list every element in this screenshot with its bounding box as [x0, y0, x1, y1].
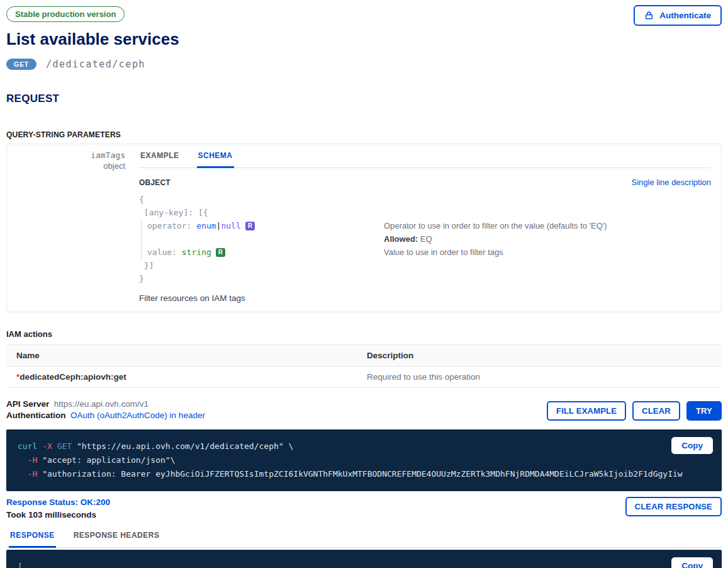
operator-type-enum: enum [196, 221, 216, 230]
schema-anykey-line: [any-key]: [{ [139, 206, 387, 219]
schema-tabs: EXAMPLE SCHEMA [139, 144, 711, 168]
endpoint-path: /dedicated/ceph [46, 59, 145, 70]
top-bar: Stable production version Authenticate [6, 5, 722, 26]
schema-allowed-row: Allowed: EQ [142, 232, 711, 246]
curl-line-3: -H "authorization: Bearer eyJhbGciOiJFZE… [18, 467, 710, 481]
iam-action-name: dedicatedCeph:apiovh:get [20, 372, 126, 382]
single-line-description: Single line description [632, 178, 711, 187]
iam-action-description: Required to use this operation [357, 366, 722, 388]
operator-description: Operator to use in order to filter on th… [384, 219, 711, 232]
required-badge-value: R [216, 248, 225, 257]
required-badge-operator: R [245, 222, 255, 230]
schema-open-brace: { [139, 193, 387, 206]
curl-code-block: Copy curl -X GET "https://eu.api.ovh.com… [6, 429, 722, 491]
iam-actions-heading: IAM actions [6, 329, 722, 339]
version-badge: Stable production version [6, 6, 125, 22]
curl-line-2: -H "accept: application/json"\ [18, 453, 710, 467]
response-line-1: [ [18, 560, 710, 568]
param-footer-description: Filter resources on IAM tags [139, 293, 711, 303]
tab-response[interactable]: RESPONSE [9, 527, 56, 548]
query-param-panel: iamTags object EXAMPLE SCHEMA OBJECT Sin… [6, 144, 722, 312]
object-header: OBJECT Single line description [139, 178, 711, 187]
api-info: API Server https://eu.api.ovh.com/v1 Aut… [6, 399, 205, 421]
table-row: *dedicatedCeph:apiovh:get Required to us… [6, 366, 722, 388]
authenticate-label: Authenticate [659, 11, 711, 20]
operator-type-null: null [221, 221, 240, 230]
operator-key: operator: [147, 221, 196, 230]
tab-response-headers[interactable]: RESPONSE HEADERS [72, 527, 161, 548]
schema-close-inner: }] [139, 259, 387, 272]
schema-line: [any-key]: [{ [139, 206, 711, 219]
tab-schema[interactable]: SCHEMA [197, 144, 234, 168]
column-header-name: Name [6, 345, 357, 366]
object-label: OBJECT [139, 178, 171, 187]
authentication-label: Authentication [6, 411, 66, 420]
api-console-page: Stable production version Authenticate L… [0, 0, 728, 568]
response-status: Response Status: OK:200 [6, 497, 110, 508]
param-identity: iamTags object [7, 144, 132, 312]
clear-response-button[interactable]: CLEAR RESPONSE [625, 497, 722, 516]
response-status-row: Response Status: OK:200 Took 103 millise… [6, 497, 722, 520]
fill-example-button[interactable]: FILL EXAMPLE [547, 401, 626, 421]
curl-line-1: curl -X GET "https://eu.api.ovh.com/v1/d… [18, 440, 710, 453]
allowed-value: EQ [418, 234, 432, 244]
allowed-label: Allowed: [384, 234, 418, 244]
try-button[interactable]: TRY [686, 401, 722, 421]
oauth-link[interactable]: OAuth (oAuth2AuthCode) in header [70, 411, 205, 420]
schema-operator-row: operator: enum|nullR Operator to use in … [142, 219, 711, 232]
request-section-heading: REQUEST [6, 93, 722, 105]
api-server-label: API Server [6, 399, 49, 409]
schema-line: } [139, 272, 711, 285]
endpoint-row: GET /dedicated/ceph [6, 59, 722, 70]
response-tabs: RESPONSE RESPONSE HEADERS [6, 527, 722, 548]
iam-actions-table: Name Description *dedicatedCeph:apiovh:g… [6, 344, 722, 388]
tab-example[interactable]: EXAMPLE [139, 144, 181, 168]
action-buttons: FILL EXAMPLE CLEAR TRY [547, 401, 722, 421]
response-duration: Took 103 milliseconds [6, 509, 110, 520]
param-name: iamTags [7, 150, 125, 161]
value-description: Value to use in order to filter tags [384, 246, 711, 259]
value-type-string: string [182, 247, 211, 257]
copy-response-button[interactable]: Copy [671, 557, 713, 568]
table-header-row: Name Description [6, 345, 722, 366]
schema-line: { [139, 193, 711, 206]
param-type: object [7, 161, 125, 171]
value-key: value: [147, 247, 182, 257]
schema-close-brace: } [139, 272, 387, 285]
param-detail: EXAMPLE SCHEMA OBJECT Single line descri… [132, 144, 721, 312]
copy-curl-button[interactable]: Copy [671, 437, 713, 454]
column-header-description: Description [357, 345, 722, 366]
authenticate-button[interactable]: Authenticate [634, 5, 722, 26]
http-method-badge: GET [6, 59, 36, 70]
clear-button[interactable]: CLEAR [632, 401, 680, 421]
response-body-block: Copy [ "c79b007e-a518-4379-88d8-c60fc28a… [6, 550, 722, 568]
query-string-parameters-heading: QUERY-STRING PARAMETERS [6, 130, 722, 139]
schema-line: }] [139, 259, 711, 272]
api-server-value: https://eu.api.ovh.com/v1 [54, 399, 148, 409]
schema-value-row: value: stringR Value to use in order to … [142, 246, 711, 259]
lock-icon [644, 11, 654, 20]
page-title: List available services [6, 30, 722, 49]
schema-nested-block: operator: enum|nullR Operator to use in … [141, 219, 711, 259]
api-info-row: API Server https://eu.api.ovh.com/v1 Aut… [6, 399, 722, 421]
schema-view: { [any-key]: [{ operator: enum|nullR Ope… [139, 193, 711, 285]
